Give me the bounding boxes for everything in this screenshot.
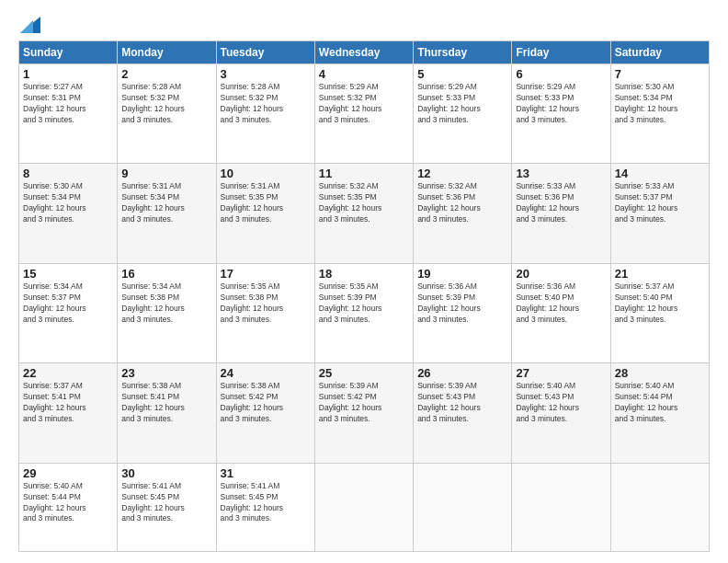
day-info: Sunrise: 5:29 AMSunset: 5:33 PMDaylight:… <box>516 82 579 124</box>
day-number: 8 <box>23 167 113 180</box>
svg-marker-1 <box>20 20 33 33</box>
day-number: 31 <box>221 466 311 480</box>
day-info: Sunrise: 5:39 AMSunset: 5:43 PMDaylight:… <box>417 381 481 423</box>
day-info: Sunrise: 5:41 AMSunset: 5:45 PMDaylight:… <box>221 481 284 523</box>
logo-icon <box>20 17 40 33</box>
calendar-cell: 4 Sunrise: 5:29 AMSunset: 5:32 PMDayligh… <box>314 64 413 164</box>
day-info: Sunrise: 5:37 AMSunset: 5:40 PMDaylight:… <box>615 282 678 324</box>
week-row-2: 8 Sunrise: 5:30 AMSunset: 5:34 PMDayligh… <box>19 164 710 263</box>
day-info: Sunrise: 5:40 AMSunset: 5:43 PMDaylight:… <box>516 381 579 423</box>
calendar-cell: 11 Sunrise: 5:32 AMSunset: 5:35 PMDaylig… <box>314 164 413 263</box>
logo <box>18 17 40 33</box>
day-number: 16 <box>121 267 211 281</box>
day-number: 25 <box>319 366 409 380</box>
calendar-cell: 10 Sunrise: 5:31 AMSunset: 5:35 PMDaylig… <box>216 164 314 263</box>
calendar-cell: 18 Sunrise: 5:35 AMSunset: 5:39 PMDaylig… <box>314 263 413 362</box>
calendar-cell: 19 Sunrise: 5:36 AMSunset: 5:39 PMDaylig… <box>414 263 512 362</box>
page: SundayMondayTuesdayWednesdayThursdayFrid… <box>0 0 728 563</box>
day-info: Sunrise: 5:29 AMSunset: 5:33 PMDaylight:… <box>417 82 481 124</box>
header-sunday: Sunday <box>19 41 118 64</box>
calendar-cell: 28 Sunrise: 5:40 AMSunset: 5:44 PMDaylig… <box>610 363 709 463</box>
day-number: 19 <box>417 267 507 281</box>
day-number: 29 <box>23 466 113 480</box>
day-info: Sunrise: 5:35 AMSunset: 5:38 PMDaylight:… <box>221 282 284 324</box>
calendar-table: SundayMondayTuesdayWednesdayThursdayFrid… <box>18 40 710 552</box>
day-info: Sunrise: 5:33 AMSunset: 5:37 PMDaylight:… <box>615 181 678 224</box>
day-number: 9 <box>121 167 211 180</box>
day-info: Sunrise: 5:30 AMSunset: 5:34 PMDaylight:… <box>23 181 86 224</box>
day-number: 10 <box>221 167 311 180</box>
week-row-4: 22 Sunrise: 5:37 AMSunset: 5:41 PMDaylig… <box>19 363 710 463</box>
day-number: 20 <box>516 267 606 281</box>
header-saturday: Saturday <box>610 41 709 64</box>
calendar-cell: 7 Sunrise: 5:30 AMSunset: 5:34 PMDayligh… <box>610 64 709 164</box>
calendar: SundayMondayTuesdayWednesdayThursdayFrid… <box>18 40 710 552</box>
day-info: Sunrise: 5:41 AMSunset: 5:45 PMDaylight:… <box>121 481 185 523</box>
header-friday: Friday <box>512 41 610 64</box>
day-info: Sunrise: 5:31 AMSunset: 5:34 PMDaylight:… <box>121 181 185 224</box>
calendar-cell <box>314 463 413 551</box>
day-number: 21 <box>615 267 705 281</box>
day-number: 24 <box>221 366 311 380</box>
calendar-cell: 23 Sunrise: 5:38 AMSunset: 5:41 PMDaylig… <box>118 363 216 463</box>
week-row-5: 29 Sunrise: 5:40 AMSunset: 5:44 PMDaylig… <box>19 463 710 551</box>
day-info: Sunrise: 5:36 AMSunset: 5:39 PMDaylight:… <box>417 282 481 324</box>
day-info: Sunrise: 5:28 AMSunset: 5:32 PMDaylight:… <box>121 82 185 124</box>
calendar-cell: 21 Sunrise: 5:37 AMSunset: 5:40 PMDaylig… <box>610 263 709 362</box>
day-info: Sunrise: 5:28 AMSunset: 5:32 PMDaylight:… <box>221 82 284 124</box>
calendar-cell: 20 Sunrise: 5:36 AMSunset: 5:40 PMDaylig… <box>512 263 610 362</box>
day-number: 23 <box>121 366 211 380</box>
calendar-cell: 2 Sunrise: 5:28 AMSunset: 5:32 PMDayligh… <box>118 64 216 164</box>
day-info: Sunrise: 5:32 AMSunset: 5:35 PMDaylight:… <box>319 181 382 224</box>
day-number: 3 <box>221 67 311 81</box>
calendar-cell: 17 Sunrise: 5:35 AMSunset: 5:38 PMDaylig… <box>216 263 314 362</box>
calendar-body: 1 Sunrise: 5:27 AMSunset: 5:31 PMDayligh… <box>19 64 710 552</box>
calendar-cell <box>414 463 512 551</box>
day-info: Sunrise: 5:31 AMSunset: 5:35 PMDaylight:… <box>221 181 284 224</box>
day-info: Sunrise: 5:32 AMSunset: 5:36 PMDaylight:… <box>417 181 481 224</box>
header-row: SundayMondayTuesdayWednesdayThursdayFrid… <box>19 41 710 64</box>
day-number: 11 <box>319 167 409 180</box>
calendar-cell: 5 Sunrise: 5:29 AMSunset: 5:33 PMDayligh… <box>414 64 512 164</box>
calendar-cell: 24 Sunrise: 5:38 AMSunset: 5:42 PMDaylig… <box>216 363 314 463</box>
calendar-cell: 9 Sunrise: 5:31 AMSunset: 5:34 PMDayligh… <box>118 164 216 263</box>
day-number: 12 <box>417 167 507 180</box>
day-number: 26 <box>417 366 507 380</box>
day-info: Sunrise: 5:34 AMSunset: 5:37 PMDaylight:… <box>23 282 86 324</box>
calendar-cell: 22 Sunrise: 5:37 AMSunset: 5:41 PMDaylig… <box>19 363 118 463</box>
calendar-cell: 26 Sunrise: 5:39 AMSunset: 5:43 PMDaylig… <box>414 363 512 463</box>
week-row-1: 1 Sunrise: 5:27 AMSunset: 5:31 PMDayligh… <box>19 64 710 164</box>
day-number: 17 <box>221 267 311 281</box>
day-info: Sunrise: 5:38 AMSunset: 5:41 PMDaylight:… <box>121 381 185 423</box>
calendar-cell: 13 Sunrise: 5:33 AMSunset: 5:36 PMDaylig… <box>512 164 610 263</box>
calendar-cell: 29 Sunrise: 5:40 AMSunset: 5:44 PMDaylig… <box>19 463 118 551</box>
day-number: 5 <box>417 67 507 81</box>
calendar-cell: 30 Sunrise: 5:41 AMSunset: 5:45 PMDaylig… <box>118 463 216 551</box>
day-info: Sunrise: 5:29 AMSunset: 5:32 PMDaylight:… <box>319 82 382 124</box>
calendar-cell: 1 Sunrise: 5:27 AMSunset: 5:31 PMDayligh… <box>19 64 118 164</box>
day-info: Sunrise: 5:37 AMSunset: 5:41 PMDaylight:… <box>23 381 86 423</box>
day-number: 2 <box>121 67 211 81</box>
header-monday: Monday <box>118 41 216 64</box>
calendar-cell: 14 Sunrise: 5:33 AMSunset: 5:37 PMDaylig… <box>610 164 709 263</box>
day-number: 18 <box>319 267 409 281</box>
day-number: 15 <box>23 267 113 281</box>
day-number: 4 <box>319 67 409 81</box>
day-info: Sunrise: 5:40 AMSunset: 5:44 PMDaylight:… <box>615 381 678 423</box>
day-number: 14 <box>615 167 705 180</box>
day-info: Sunrise: 5:35 AMSunset: 5:39 PMDaylight:… <box>319 282 382 324</box>
day-info: Sunrise: 5:33 AMSunset: 5:36 PMDaylight:… <box>516 181 579 224</box>
day-number: 6 <box>516 67 606 81</box>
calendar-cell <box>512 463 610 551</box>
calendar-cell: 27 Sunrise: 5:40 AMSunset: 5:43 PMDaylig… <box>512 363 610 463</box>
day-info: Sunrise: 5:34 AMSunset: 5:38 PMDaylight:… <box>121 282 185 324</box>
day-number: 22 <box>23 366 113 380</box>
day-info: Sunrise: 5:36 AMSunset: 5:40 PMDaylight:… <box>516 282 579 324</box>
calendar-cell: 6 Sunrise: 5:29 AMSunset: 5:33 PMDayligh… <box>512 64 610 164</box>
day-info: Sunrise: 5:27 AMSunset: 5:31 PMDaylight:… <box>23 82 86 124</box>
day-number: 27 <box>516 366 606 380</box>
header-thursday: Thursday <box>414 41 512 64</box>
calendar-cell: 3 Sunrise: 5:28 AMSunset: 5:32 PMDayligh… <box>216 64 314 164</box>
calendar-cell: 8 Sunrise: 5:30 AMSunset: 5:34 PMDayligh… <box>19 164 118 263</box>
calendar-cell: 15 Sunrise: 5:34 AMSunset: 5:37 PMDaylig… <box>19 263 118 362</box>
